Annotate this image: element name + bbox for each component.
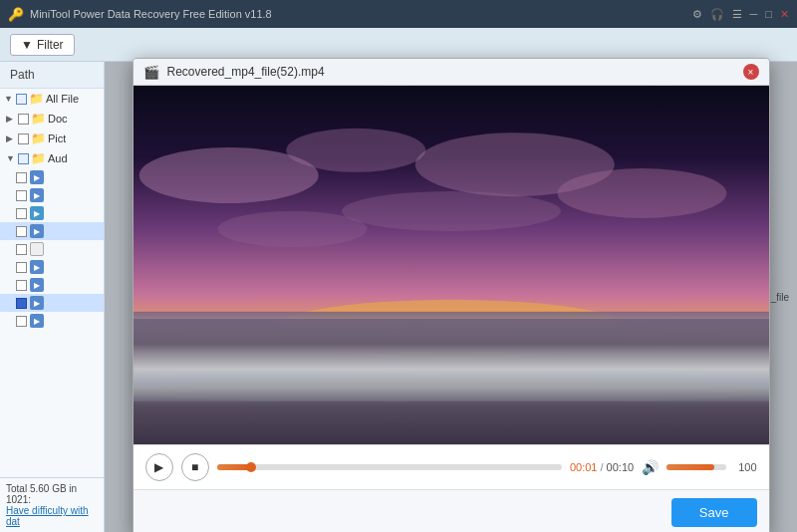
pict-checkbox[interactable] [18,133,29,144]
allfiles-label: All File [46,93,79,105]
time-display: 00:01 / 00:10 [570,461,634,473]
svg-point-5 [342,191,561,231]
play-button[interactable]: ▶ [145,453,173,481]
volume-fill [666,464,714,470]
headphones-icon[interactable]: 🎧 [710,8,724,21]
aud-label: Aud [48,152,68,164]
doc-label: Doc [48,113,68,125]
file-checkbox-4[interactable] [16,226,27,237]
controls-bar: ▶ ■ 00:01 / 00:10 [133,444,769,489]
video-thumbnail [133,86,769,444]
file-row-1[interactable]: ▶ [0,168,104,186]
file-row-9[interactable]: ▶ [0,312,104,330]
file-icon-6: ▶ [30,260,44,274]
file-row-4[interactable]: ▶ [0,222,104,240]
file-checkbox-7[interactable] [16,280,27,291]
time-total: 00:10 [607,461,635,473]
window-controls: ⚙ 🎧 ☰ ─ □ ✕ [692,8,789,21]
file-icon-9: ▶ [30,314,44,328]
file-row-3[interactable]: ▶ [0,204,104,222]
aud-checkbox[interactable] [18,153,29,164]
svg-rect-8 [133,312,769,444]
tree-item-allfiles[interactable]: ▼ 📁 All File [0,89,104,109]
maximize-icon[interactable]: □ [765,8,772,21]
svg-point-2 [286,129,425,172]
file-icon-5 [30,242,44,256]
settings-icon[interactable]: ⚙ [692,8,702,21]
file-icon-8: ▶ [30,296,44,310]
svg-rect-0 [133,86,769,444]
file-row-6[interactable]: ▶ [0,258,104,276]
progress-thumb [246,462,256,472]
file-row-5[interactable] [0,240,104,258]
modal-title: Recovered_mp4_file(52).mp4 [167,65,735,79]
toolbar: ▼ Filter [0,28,797,62]
file-checkbox-9[interactable] [16,316,27,327]
file-checkbox-8[interactable] [16,298,27,309]
file-checkbox-5[interactable] [16,244,27,255]
sidebar: Path ▼ 📁 All File ▶ 📁 Doc ▶ 📁 Pict [0,62,105,532]
filter-button[interactable]: ▼ Filter [10,34,75,56]
modal-title-bar: 🎬 Recovered_mp4_file(52).mp4 × [133,59,769,86]
doc-checkbox[interactable] [18,114,29,125]
file-checkbox-2[interactable] [16,190,27,201]
modal-footer: Save [133,489,769,532]
tree-item-doc[interactable]: ▶ 📁 Doc [0,109,104,129]
file-icon-1: ▶ [30,170,44,184]
chevron-right-icon2: ▶ [6,133,16,143]
filter-icon: ▼ [21,38,33,52]
file-row-2[interactable]: ▶ [0,186,104,204]
video-preview-modal: 🎬 Recovered_mp4_file(52).mp4 × [133,58,770,532]
svg-rect-10 [133,401,769,444]
pict-folder-icon: 📁 [31,132,46,145]
svg-point-9 [133,379,769,402]
doc-folder-icon: 📁 [31,112,46,126]
menu-icon[interactable]: ☰ [732,8,742,21]
sidebar-header: Path [0,62,104,89]
file-icon-3: ▶ [30,206,44,220]
tree-item-aud[interactable]: ▼ 📁 Aud [0,148,104,168]
file-icon-2: ▶ [30,188,44,202]
file-icon-7: ▶ [30,278,44,292]
file-checkbox-3[interactable] [16,208,27,219]
file-checkbox-1[interactable] [16,172,27,183]
modal-close-button[interactable]: × [743,64,759,80]
time-separator: / [600,461,603,473]
aud-folder-icon: 📁 [31,151,46,165]
allfiles-checkbox[interactable] [16,94,27,105]
volume-icon[interactable]: 🔊 [642,459,659,475]
folder-icon: 📁 [29,92,44,106]
app-window: 🔑 MiniTool Power Data Recovery Free Edit… [0,0,797,532]
main-content: Path ▼ 📁 All File ▶ 📁 Doc ▶ 📁 Pict [0,62,797,532]
close-icon[interactable]: ✕ [780,8,789,21]
volume-track[interactable] [666,464,726,470]
chevron-right-icon: ▶ [6,114,16,124]
app-title: MiniTool Power Data Recovery Free Editio… [30,8,686,20]
progress-fill [217,464,252,470]
file-row-7[interactable]: ▶ [0,276,104,294]
time-current: 00:01 [570,461,598,473]
right-panel: _file 🎬 Recovered_mp4_file(52).mp4 × [105,62,797,532]
progress-track[interactable] [217,464,562,470]
svg-point-4 [557,168,726,218]
svg-point-7 [272,300,631,360]
video-file-icon: 🎬 [143,65,159,80]
volume-value: 100 [738,461,756,473]
video-area [133,86,769,444]
file-icon-4: ▶ [30,224,44,238]
minimize-icon[interactable]: ─ [750,8,758,21]
total-text: Total 5.60 GB in 1021: [6,483,98,505]
file-row-8[interactable]: ▶ [0,294,104,312]
svg-point-6 [217,211,367,247]
save-button[interactable]: Save [671,498,757,527]
title-bar: 🔑 MiniTool Power Data Recovery Free Edit… [0,0,797,28]
chevron-down-icon: ▼ [4,94,14,104]
chevron-down-icon2: ▼ [6,153,16,163]
app-icon: 🔑 [8,7,24,22]
tree-item-pict[interactable]: ▶ 📁 Pict [0,129,104,148]
pict-label: Pict [48,133,66,144]
sidebar-bottom: Total 5.60 GB in 1021: Have difficulty w… [0,477,104,532]
difficulty-link[interactable]: Have difficulty with dat [6,505,98,527]
stop-button[interactable]: ■ [181,453,209,481]
file-checkbox-6[interactable] [16,262,27,273]
